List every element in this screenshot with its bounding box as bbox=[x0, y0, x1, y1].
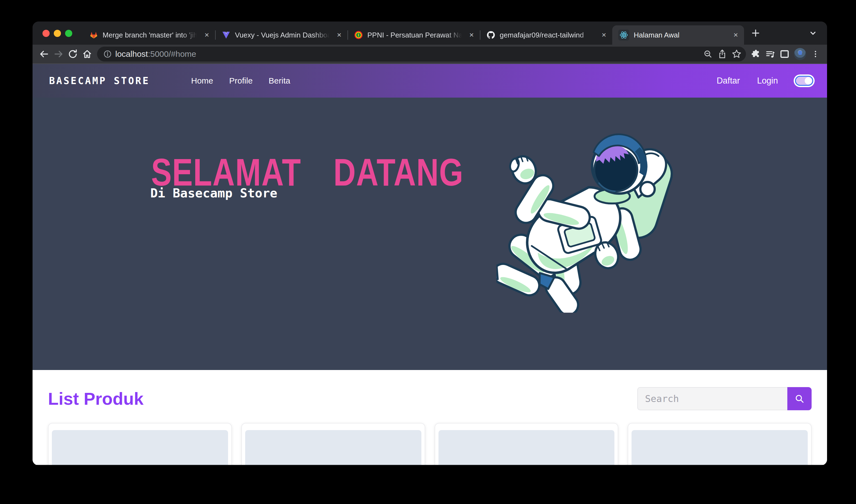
address-bar-actions bbox=[701, 47, 744, 61]
nav-link-berita[interactable]: Berita bbox=[269, 76, 290, 86]
tab-title: Halaman Awal bbox=[634, 31, 728, 39]
star-icon bbox=[731, 49, 742, 59]
tab-close-icon[interactable]: × bbox=[336, 30, 342, 40]
nav-actions: Daftar Login bbox=[717, 76, 817, 86]
ppni-icon bbox=[354, 31, 363, 39]
plus-icon bbox=[751, 28, 761, 38]
puzzle-icon bbox=[751, 49, 761, 59]
theme-toggle[interactable] bbox=[795, 76, 813, 86]
tab-strip: Merge branch 'master' into 'jiha × Vuexy… bbox=[33, 21, 827, 45]
address-bar[interactable]: localhost:5000/#home bbox=[97, 47, 746, 61]
tab-close-icon[interactable]: × bbox=[601, 30, 607, 40]
search-icon bbox=[794, 393, 805, 404]
tab-close-icon[interactable]: × bbox=[203, 30, 210, 40]
browser-menu-button[interactable] bbox=[808, 47, 823, 61]
hero-section: SELAMAT DATANG Di Basecamp Store bbox=[33, 97, 827, 370]
product-image-placeholder bbox=[631, 430, 808, 465]
tab-ppni[interactable]: PPNI - Persatuan Perawat Nasio × bbox=[348, 25, 480, 45]
url-text: localhost:5000/#home bbox=[115, 49, 196, 59]
reload-button[interactable] bbox=[66, 47, 80, 61]
tabs: Merge branch 'master' into 'jiha × Vuexy… bbox=[83, 25, 744, 45]
search-group bbox=[637, 387, 812, 410]
tab-title: gemafajar09/react-tailwind bbox=[500, 31, 596, 39]
back-icon bbox=[39, 49, 50, 59]
github-icon bbox=[486, 31, 495, 39]
profile-avatar[interactable] bbox=[794, 48, 806, 60]
tab-title: Merge branch 'master' into 'jiha bbox=[103, 31, 199, 39]
chevron-down-icon bbox=[808, 29, 818, 38]
forward-icon bbox=[53, 49, 64, 59]
product-image-placeholder bbox=[439, 430, 615, 465]
playlist-music-icon bbox=[765, 49, 775, 59]
product-image-placeholder bbox=[52, 430, 228, 465]
home-button[interactable] bbox=[80, 47, 94, 61]
product-card[interactable] bbox=[48, 423, 232, 465]
tab-github[interactable]: gemafajar09/react-tailwind × bbox=[480, 25, 612, 45]
vuexy-icon bbox=[222, 31, 231, 39]
media-controls-button[interactable] bbox=[763, 47, 778, 61]
home-icon bbox=[82, 49, 93, 59]
url-host: localhost bbox=[115, 49, 148, 58]
nav-links: Home Profile Berita bbox=[191, 76, 290, 86]
product-image-placeholder bbox=[245, 430, 422, 465]
zoom-out-icon bbox=[703, 49, 713, 59]
three-dots-icon bbox=[810, 49, 820, 59]
hero-subtitle: Di Basecamp Store bbox=[150, 186, 278, 200]
bookmark-button[interactable] bbox=[729, 47, 744, 61]
search-button[interactable] bbox=[787, 387, 812, 410]
nav-link-home[interactable]: Home bbox=[191, 76, 213, 86]
zoom-button[interactable] bbox=[701, 47, 715, 61]
react-icon bbox=[618, 30, 629, 40]
tab-title: PPNI - Persatuan Perawat Nasio bbox=[367, 31, 464, 39]
product-card[interactable] bbox=[241, 423, 425, 465]
browser-toolbar: localhost:5000/#home bbox=[33, 45, 827, 64]
tab-close-icon[interactable]: × bbox=[468, 30, 475, 40]
tab-vuexy[interactable]: Vuexy - Vuejs Admin Dashboard × bbox=[216, 25, 347, 45]
products-heading: List Produk bbox=[48, 389, 144, 409]
gitlab-icon bbox=[89, 31, 98, 39]
nav-action-login[interactable]: Login bbox=[757, 76, 778, 86]
info-icon bbox=[103, 49, 112, 59]
side-panel-button[interactable] bbox=[778, 47, 792, 61]
nav-action-daftar[interactable]: Daftar bbox=[717, 76, 740, 86]
product-card-grid bbox=[48, 423, 812, 465]
site-navbar: BASECAMP STORE Home Profile Berita Dafta… bbox=[33, 64, 827, 97]
new-tab-button[interactable] bbox=[748, 26, 763, 40]
forward-button[interactable] bbox=[51, 47, 66, 61]
extensions-button[interactable] bbox=[749, 47, 763, 61]
minimize-window-button[interactable] bbox=[54, 30, 61, 37]
tab-title: Vuexy - Vuejs Admin Dashboard bbox=[235, 31, 332, 39]
traffic-lights bbox=[42, 30, 72, 37]
toggle-knob bbox=[805, 77, 812, 84]
search-input[interactable] bbox=[637, 387, 787, 410]
tab-search-button[interactable] bbox=[806, 27, 820, 39]
product-card[interactable] bbox=[434, 423, 619, 465]
products-header: List Produk bbox=[48, 387, 812, 410]
product-card[interactable] bbox=[628, 423, 812, 465]
url-path: :5000/#home bbox=[148, 49, 196, 58]
brand-logo: BASECAMP STORE bbox=[49, 75, 150, 86]
close-window-button[interactable] bbox=[42, 30, 50, 37]
page-content: BASECAMP STORE Home Profile Berita Dafta… bbox=[33, 64, 827, 465]
zoom-window-button[interactable] bbox=[65, 30, 72, 37]
sidebar-icon bbox=[779, 49, 790, 59]
tab-gitlab[interactable]: Merge branch 'master' into 'jiha × bbox=[83, 25, 215, 45]
share-icon bbox=[717, 49, 727, 59]
products-section: List Produk bbox=[33, 370, 827, 465]
back-button[interactable] bbox=[37, 47, 51, 61]
astronaut-illustration bbox=[496, 125, 673, 313]
nav-link-profile[interactable]: Profile bbox=[229, 76, 253, 86]
site-info-button[interactable] bbox=[102, 48, 113, 60]
share-button[interactable] bbox=[715, 47, 729, 61]
browser-window: Merge branch 'master' into 'jiha × Vuexy… bbox=[33, 21, 827, 465]
tab-close-icon[interactable]: × bbox=[732, 30, 739, 40]
reload-icon bbox=[67, 49, 78, 59]
tab-halaman-awal-active[interactable]: Halaman Awal × bbox=[612, 25, 744, 45]
